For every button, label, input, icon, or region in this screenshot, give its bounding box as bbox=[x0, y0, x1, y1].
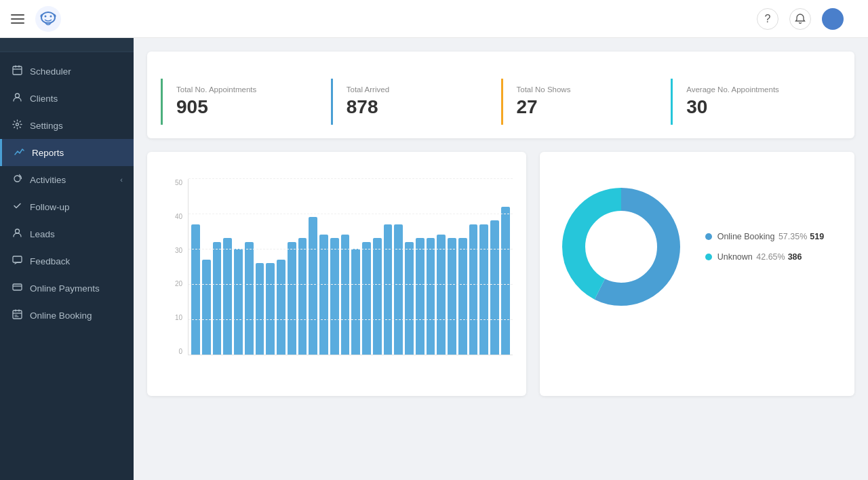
bar-chart-card: 0 10 20 30 40 50 bbox=[147, 152, 526, 396]
y-label-10: 10 bbox=[161, 314, 186, 321]
hamburger-button[interactable] bbox=[11, 14, 24, 24]
bar-16[interactable] bbox=[362, 242, 371, 355]
scheduler-label: Scheduler bbox=[30, 66, 71, 77]
user-avatar[interactable] bbox=[822, 8, 844, 30]
bar-7[interactable] bbox=[266, 263, 275, 355]
bar-0[interactable] bbox=[191, 224, 200, 355]
sidebar-item-scheduler[interactable]: Scheduler bbox=[0, 58, 134, 85]
y-label-50: 50 bbox=[161, 179, 186, 186]
help-button[interactable]: ? bbox=[757, 8, 778, 30]
org-selector[interactable] bbox=[0, 38, 134, 52]
bar-19[interactable] bbox=[394, 224, 403, 355]
bar-21[interactable] bbox=[416, 238, 425, 355]
bar-3[interactable] bbox=[223, 238, 232, 355]
online-payments-icon bbox=[11, 282, 23, 294]
stat-total-no-shows-label: Total No Shows bbox=[517, 85, 658, 94]
top-header: ? bbox=[0, 0, 868, 38]
settings-label: Settings bbox=[30, 121, 63, 131]
legend-pct-online-booking: 57.35% bbox=[778, 232, 807, 241]
header-right: ? bbox=[757, 8, 857, 30]
stat-total-arrived-label: Total Arrived bbox=[347, 85, 488, 94]
bar-5[interactable] bbox=[245, 242, 254, 355]
bar-4[interactable] bbox=[234, 249, 243, 355]
content-area: Total No. Appointments 905 Total Arrived… bbox=[134, 38, 868, 480]
svg-rect-8 bbox=[13, 256, 22, 262]
stat-total-appointments-label: Total No. Appointments bbox=[176, 85, 317, 94]
bar-23[interactable] bbox=[437, 235, 446, 355]
legend-text-online-booking: Online Booking 57.35%519 bbox=[717, 232, 825, 241]
sidebar-item-activities[interactable]: Activities ‹ bbox=[0, 166, 134, 193]
follow-up-icon bbox=[11, 201, 23, 213]
legend-count-online-booking: 519 bbox=[810, 232, 824, 241]
stat-total-appointments-value: 905 bbox=[176, 96, 317, 118]
bar-24[interactable] bbox=[448, 238, 456, 355]
legend-dot-online-booking bbox=[705, 233, 712, 240]
svg-point-3 bbox=[50, 15, 52, 17]
online-payments-label: Online Payments bbox=[30, 283, 100, 294]
bar-1[interactable] bbox=[202, 260, 211, 355]
stat-total-no-shows-value: 27 bbox=[517, 96, 658, 118]
bar-20[interactable] bbox=[405, 242, 414, 355]
bar-27[interactable] bbox=[479, 224, 488, 355]
bar-11[interactable] bbox=[309, 217, 317, 355]
sidebar-item-clients[interactable]: Clients bbox=[0, 85, 134, 112]
bar-28[interactable] bbox=[490, 220, 499, 355]
legend-pct-unknown: 42.65% bbox=[756, 252, 785, 262]
donut-area: Online Booking 57.35%519 Unknown 42.65%3… bbox=[553, 179, 841, 315]
follow-up-label: Follow-up bbox=[30, 202, 70, 212]
bar-chart-container: 0 10 20 30 40 50 bbox=[161, 179, 513, 382]
sidebar-item-online-payments[interactable]: Online Payments bbox=[0, 275, 134, 302]
bar-18[interactable] bbox=[384, 224, 393, 355]
sidebar-item-leads[interactable]: Leads bbox=[0, 220, 134, 247]
bar-29[interactable] bbox=[501, 207, 510, 355]
y-label-30: 30 bbox=[161, 247, 186, 254]
svg-point-2 bbox=[45, 15, 47, 17]
bar-15[interactable] bbox=[351, 249, 360, 355]
settings-icon bbox=[11, 119, 23, 132]
app-logo bbox=[35, 6, 61, 32]
y-label-40: 40 bbox=[161, 213, 186, 220]
svg-point-7 bbox=[15, 229, 19, 233]
y-label-20: 20 bbox=[161, 280, 186, 287]
legend-item-online-booking: Online Booking 57.35%519 bbox=[705, 232, 825, 241]
bar-12[interactable] bbox=[319, 235, 328, 355]
bar-6[interactable] bbox=[256, 263, 264, 355]
bar-14[interactable] bbox=[341, 235, 350, 355]
clients-icon bbox=[11, 92, 23, 104]
bar-17[interactable] bbox=[373, 238, 382, 355]
donut-chart-card: Online Booking 57.35%519 Unknown 42.65%3… bbox=[540, 152, 854, 396]
scheduler-icon bbox=[11, 65, 23, 77]
bar-8[interactable] bbox=[277, 260, 285, 355]
main-layout: Scheduler Clients Settings Reports bbox=[0, 38, 868, 480]
sidebar-item-reports[interactable]: Reports bbox=[0, 139, 134, 166]
reports-icon bbox=[13, 146, 25, 159]
summary-card: Total No. Appointments 905 Total Arrived… bbox=[147, 52, 854, 138]
bar-25[interactable] bbox=[458, 238, 467, 355]
svg-rect-4 bbox=[13, 66, 22, 75]
notifications-button[interactable] bbox=[789, 8, 811, 30]
sidebar-item-online-booking[interactable]: Online Booking bbox=[0, 302, 134, 329]
legend-count-unknown: 386 bbox=[788, 252, 802, 262]
bar-2[interactable] bbox=[213, 242, 222, 355]
online-booking-label: Online Booking bbox=[30, 311, 92, 321]
legend-item-unknown: Unknown 42.65%386 bbox=[705, 252, 825, 262]
bar-13[interactable] bbox=[330, 238, 339, 355]
svg-point-0 bbox=[35, 6, 61, 32]
donut-chart-visual bbox=[553, 179, 689, 315]
sidebar-item-follow-up[interactable]: Follow-up bbox=[0, 193, 134, 220]
y-label-0: 0 bbox=[161, 348, 186, 355]
bar-10[interactable] bbox=[298, 238, 307, 355]
stat-avg-appointments-value: 30 bbox=[686, 96, 827, 118]
summary-stats: Total No. Appointments 905 Total Arrived… bbox=[161, 79, 841, 125]
leads-icon bbox=[11, 228, 23, 240]
sidebar-item-feedback[interactable]: Feedback bbox=[0, 247, 134, 275]
bar-22[interactable] bbox=[427, 238, 435, 355]
bar-26[interactable] bbox=[469, 224, 478, 355]
feedback-icon bbox=[11, 255, 23, 267]
bar-9[interactable] bbox=[288, 242, 296, 355]
stat-total-appointments: Total No. Appointments 905 bbox=[161, 79, 331, 125]
sidebar: Scheduler Clients Settings Reports bbox=[0, 38, 134, 480]
activities-label: Activities bbox=[30, 175, 66, 185]
sidebar-item-settings[interactable]: Settings bbox=[0, 112, 134, 139]
clients-label: Clients bbox=[30, 94, 58, 104]
